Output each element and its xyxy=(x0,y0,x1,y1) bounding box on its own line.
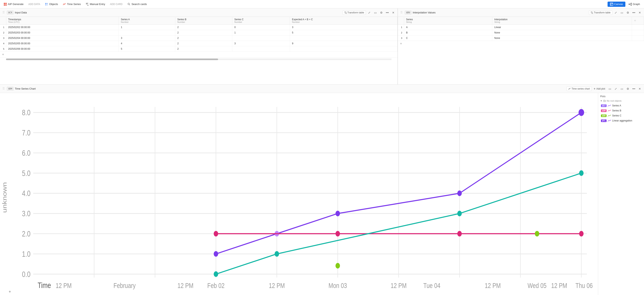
chart-expand-button[interactable]: ⤢ xyxy=(613,86,618,91)
canvas-button[interactable]: Canvas xyxy=(608,2,626,7)
graph-button[interactable]: Graph xyxy=(626,2,642,7)
row-num: 4 xyxy=(0,41,6,46)
svg-text:3.0: 3.0 xyxy=(22,209,30,218)
drag-handle[interactable]: ⠿ xyxy=(2,11,6,15)
time-series-chart-button[interactable]: Time series chart xyxy=(566,87,592,91)
transform-icon xyxy=(344,12,347,14)
interpolation-more-button[interactable]: ••• xyxy=(631,10,636,15)
svg-text:February: February xyxy=(114,282,136,289)
series-a-cell[interactable]: 1 xyxy=(119,25,175,30)
table-row[interactable]: 2 2025/02/03 00:00:00 2 1 5 xyxy=(0,30,398,36)
series-b-cell[interactable]: 2 xyxy=(175,36,232,41)
chart-more-button[interactable]: ••• xyxy=(631,86,636,91)
table-row[interactable]: 3 2025/02/04 00:00:00 3 2 xyxy=(0,36,398,41)
time-series-button[interactable]: Time Series xyxy=(61,2,83,7)
add-plot-button[interactable]: + Add plot xyxy=(592,87,606,91)
interpolation-cell[interactable]: None xyxy=(492,36,632,41)
chart-layout-button[interactable]: ▭ xyxy=(607,86,612,91)
series-a-cell[interactable] xyxy=(119,30,175,36)
svg-rect-4 xyxy=(45,3,46,4)
interpolation-transform-button[interactable]: Transform table xyxy=(589,11,612,15)
svg-rect-6 xyxy=(45,5,46,6)
series-b-cell[interactable]: 2 xyxy=(175,30,232,36)
svg-point-19 xyxy=(631,5,632,6)
interpolation-close-button[interactable]: ✕ xyxy=(637,10,642,15)
add-data-button[interactable]: ADD DATA xyxy=(26,2,42,7)
svg-rect-0 xyxy=(4,3,5,4)
series-c-dot-5 xyxy=(535,231,539,236)
interp-add-col-header[interactable]: + xyxy=(632,17,644,25)
chart-close-button[interactable]: ✕ xyxy=(637,86,642,91)
add-row-button[interactable]: + xyxy=(0,52,398,58)
series-a-cell[interactable]: 4 xyxy=(119,41,175,46)
series-c-cell[interactable]: 3 xyxy=(232,41,290,46)
timestamp-cell[interactable]: 2025/02/05 00:00:00 xyxy=(6,41,119,46)
transform-table-button[interactable]: Transform table xyxy=(343,11,366,15)
table-row[interactable]: 4 2025/02/05 00:00:00 4 2 3 9 xyxy=(0,41,398,46)
collapse-arrow[interactable]: ▼ xyxy=(600,100,602,102)
objects-button[interactable]: Objects xyxy=(43,2,60,7)
view-toggle-button[interactable]: ▭ xyxy=(373,10,378,15)
interpolation-cell[interactable]: None xyxy=(492,30,632,36)
table-row[interactable]: 3 C None xyxy=(398,36,644,41)
interpolation-view-button[interactable]: ▭ xyxy=(619,10,624,15)
add-data-label: ADD DATA xyxy=(28,3,40,6)
chart-drag-handle[interactable]: ⠿ xyxy=(2,87,6,91)
row-num: 1 xyxy=(0,25,6,30)
add-interp-row-button[interactable]: + xyxy=(398,41,644,47)
expected-cell[interactable]: 3 xyxy=(290,25,398,30)
series-b-cell[interactable]: 2 xyxy=(175,25,232,30)
expand-button[interactable]: ⤢ xyxy=(367,10,372,15)
expected-cell[interactable] xyxy=(290,46,398,52)
series-c-cell[interactable]: 0 xyxy=(232,25,290,30)
chart-settings-button[interactable]: ⚙ xyxy=(625,86,630,91)
objects-icon xyxy=(45,3,48,6)
interpolation-panel: ⠿ $DU Interpolation Values Transform tab… xyxy=(398,9,644,84)
chart-view-button[interactable]: ▭ xyxy=(619,86,624,91)
series-cell[interactable]: B xyxy=(404,30,492,36)
plot-tag: $FL xyxy=(601,119,606,122)
series-c-cell[interactable] xyxy=(232,36,290,41)
more-button[interactable]: ••• xyxy=(385,10,390,15)
interpolation-settings-button[interactable]: ⚙ xyxy=(625,10,630,15)
manual-entry-button[interactable]: Manual Entry xyxy=(84,2,107,7)
interpolation-table-container[interactable]: Series String Interpolation String + xyxy=(398,17,644,84)
series-a-cell[interactable]: 3 xyxy=(119,36,175,41)
timestamp-cell[interactable]: 2025/02/04 00:00:00 xyxy=(6,36,119,41)
plot-item[interactable]: $DO Series C xyxy=(600,113,642,118)
series-b-cell[interactable]: 2 xyxy=(175,46,232,52)
input-data-table: Timestamps Time (UTC) Series A Number Se… xyxy=(0,17,398,52)
input-data-table-container[interactable]: Timestamps Time (UTC) Series A Number Se… xyxy=(0,17,398,84)
series-cell[interactable]: C xyxy=(404,36,492,41)
table-row[interactable]: 5 2025/02/06 00:00:00 5 2 xyxy=(0,46,398,52)
plot-item[interactable]: $DJ Series A xyxy=(600,103,642,108)
interpolation-expand-button[interactable]: ⤢ xyxy=(613,10,618,15)
table-row[interactable]: 2 B None xyxy=(398,30,644,36)
search-cards-button[interactable]: Search cards xyxy=(125,2,149,7)
series-c-cell[interactable] xyxy=(232,46,290,52)
expected-cell[interactable]: 5 xyxy=(290,30,398,36)
close-button[interactable]: ✕ xyxy=(391,10,396,15)
series-cell[interactable]: A xyxy=(404,25,492,30)
chart-main[interactable]: 0.0 1.0 2.0 3.0 4.0 5.0 6.0 7.0 8.0 unkn… xyxy=(0,93,598,295)
empty-cell xyxy=(632,25,644,30)
timestamp-cell[interactable]: 2025/02/02 00:00:00 xyxy=(6,25,119,30)
expected-cell[interactable]: 9 xyxy=(290,41,398,46)
expected-cell[interactable] xyxy=(290,36,398,41)
interpolation-cell[interactable]: Linear xyxy=(492,25,632,30)
table-row[interactable]: 1 A Linear xyxy=(398,25,644,30)
plot-item[interactable]: $FL Linear aggregation xyxy=(600,118,642,123)
aip-generate-button[interactable]: AIP Generate xyxy=(2,2,26,7)
series-c-cell[interactable]: 1 xyxy=(232,30,290,36)
add-card-button[interactable]: ADD CARD xyxy=(108,2,124,7)
series-a-cell[interactable]: 5 xyxy=(119,46,175,52)
drag-handle-2[interactable]: ⠿ xyxy=(400,11,404,15)
timestamp-cell[interactable]: 2025/02/06 00:00:00 xyxy=(6,46,119,52)
settings-button[interactable]: ⚙ xyxy=(379,10,384,15)
series-b-cell[interactable]: 2 xyxy=(175,41,232,46)
plot-item[interactable]: $DM Series B xyxy=(600,108,642,113)
table-row[interactable]: 1 2025/02/02 00:00:00 1 2 0 3 xyxy=(0,25,398,30)
input-data-panel: ⠿ $CX Input Data Transform table ⤢ xyxy=(0,9,398,84)
time-axis-settings[interactable]: ⚙ xyxy=(7,289,12,294)
timestamp-cell[interactable]: 2025/02/03 00:00:00 xyxy=(6,30,119,36)
